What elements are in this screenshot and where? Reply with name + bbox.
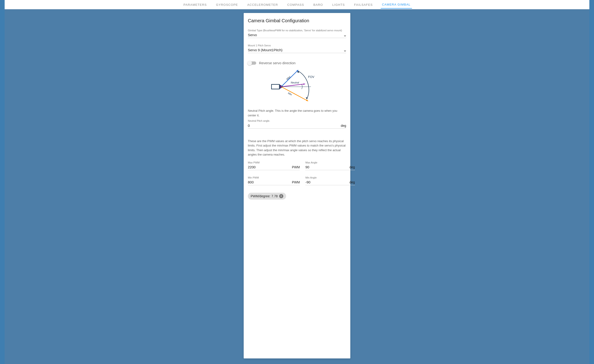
max-pwm-input[interactable] <box>248 165 292 169</box>
gimbal-diagram: Max Neutral Min <box>248 68 346 103</box>
neutral-angle-suffix: deg <box>341 124 346 128</box>
min-pwm-input[interactable] <box>248 180 292 185</box>
neutral-angle-input[interactable] <box>248 123 341 128</box>
neutral-angle-label: Neutral Pitch angle. <box>248 119 346 122</box>
reverse-servo-toggle[interactable] <box>248 61 256 65</box>
info-icon[interactable]: i <box>279 194 283 198</box>
tab-compass[interactable]: COMPASS <box>286 1 305 8</box>
tab-lights[interactable]: LIGHTS <box>331 1 346 8</box>
diagram-neutral-label: Neutral <box>291 81 299 84</box>
pwm-per-degree-text: PWM/degree: 7.78 <box>251 194 278 198</box>
tab-accelerometer[interactable]: ACCELEROMETER <box>246 1 279 8</box>
min-angle-input[interactable] <box>305 180 349 185</box>
max-pwm-label: Max PWM <box>248 161 300 164</box>
neutral-angle-help: Neutral Pitch angle. This is the angle t… <box>248 108 346 118</box>
min-pwm-field[interactable]: Min PWM PWM <box>248 176 300 185</box>
config-card: Camera Gimbal Configuration Gimbal Type … <box>244 13 350 358</box>
chevron-down-icon <box>344 35 346 37</box>
pwm-per-degree-chip: PWM/degree: 7.78 i <box>248 193 286 200</box>
tab-baro[interactable]: BARO <box>312 1 324 8</box>
max-pwm-field[interactable]: Max PWM PWM <box>248 161 300 170</box>
svg-line-3 <box>281 84 305 87</box>
reverse-servo-label: Reverse servo direction <box>259 61 296 65</box>
mount-servo-label: Mount 1 Pitch Servo <box>248 44 346 47</box>
tab-parameters[interactable]: PARAMETERS <box>182 1 208 8</box>
gimbal-type-select[interactable]: Gimbal Type (BrushlessPWM for no stabili… <box>248 29 346 38</box>
svg-rect-0 <box>271 84 279 89</box>
tab-camera-gimbal[interactable]: CAMERA GIMBAL <box>381 0 412 9</box>
min-angle-label: Min Angle <box>305 176 355 179</box>
mount-servo-value: Servo 9 (Mount1Pitch) <box>248 47 346 52</box>
min-pwm-label: Min PWM <box>248 176 300 179</box>
svg-line-6 <box>281 87 308 101</box>
max-angle-suffix: deg <box>349 165 355 169</box>
gimbal-type-value: Servo <box>248 33 346 37</box>
top-tabbar: PARAMETERS GYROSCOPE ACCELEROMETER COMPA… <box>5 0 589 9</box>
page-title: Camera Gimbal Configuration <box>248 18 346 23</box>
tab-gyroscope[interactable]: GYROSCOPE <box>215 1 239 8</box>
diagram-fov-label: FOV <box>308 75 314 79</box>
max-pwm-suffix: PWM <box>292 165 300 169</box>
mount-servo-select[interactable]: Mount 1 Pitch Servo Servo 9 (Mount1Pitch… <box>248 44 346 53</box>
max-angle-label: Max Angle <box>305 161 355 164</box>
tab-failsafes[interactable]: FAILSAFES <box>353 1 374 8</box>
min-angle-field[interactable]: Min Angle deg <box>305 176 355 185</box>
max-angle-input[interactable] <box>305 165 349 169</box>
chevron-down-icon <box>344 51 346 52</box>
diagram-max-label: Max <box>286 75 291 81</box>
gimbal-type-label: Gimbal Type (BrushlessPWM for no stabili… <box>248 29 346 32</box>
min-angle-suffix: deg <box>349 180 355 184</box>
pwm-help: These are the PWM values at which the pi… <box>248 139 346 157</box>
min-pwm-suffix: PWM <box>292 180 300 184</box>
neutral-angle-field[interactable]: Neutral Pitch angle. deg <box>248 119 346 128</box>
max-angle-field[interactable]: Max Angle deg <box>305 161 355 170</box>
